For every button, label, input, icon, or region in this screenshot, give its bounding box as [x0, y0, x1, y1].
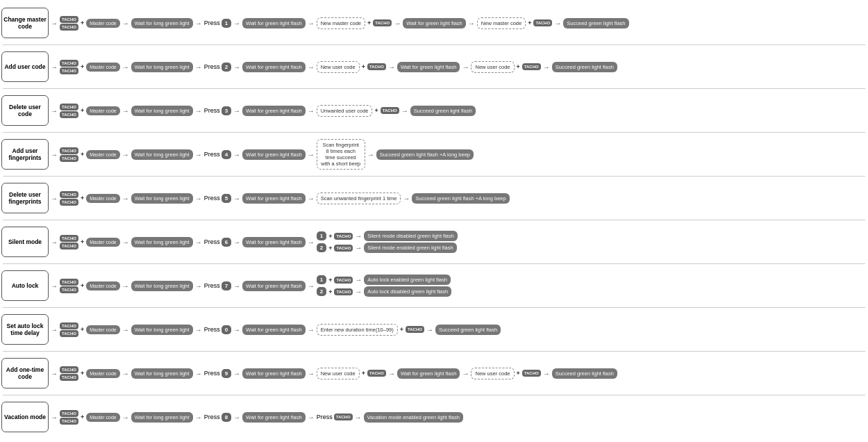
master-code-box: Master code: [86, 19, 120, 28]
step-box: Succeed green light flash: [435, 325, 501, 335]
master-code-box: Master code: [86, 281, 120, 290]
press-label: Press: [204, 107, 220, 114]
press-number: 4: [222, 150, 231, 159]
instruction-row: Add one-time code→TACHOTACHO+Master code…: [1, 353, 867, 393]
step-box: Wait for long green light: [131, 193, 193, 204]
flow-arrow: →: [355, 276, 362, 284]
flow-arrow: →: [195, 238, 202, 246]
step-box: Silent mode enabled green light flash: [364, 243, 456, 253]
row-divider: [3, 44, 865, 45]
plus-sign: +: [81, 19, 84, 26]
plus-sign: +: [81, 326, 84, 333]
press-number: 1: [317, 275, 326, 284]
flow-arrow: →: [51, 195, 58, 202]
flow-arrow: →: [233, 63, 240, 71]
step-box: Vacation mode enabled green light flash: [364, 412, 463, 423]
flow-arrow: →: [308, 414, 315, 421]
step-box: Wait for green light flash: [242, 18, 306, 28]
row-divider: [3, 263, 865, 264]
tacho-badge: TACHO: [334, 414, 353, 420]
dashed-step-box: Unwanted user code: [317, 105, 373, 117]
dashed-step-box: New master code: [477, 17, 526, 29]
tacho-badge: TACHO: [533, 19, 552, 26]
sub-rows: 1+TACHO→Silent mode disabled green light…: [317, 231, 458, 253]
master-code-box: Master code: [86, 369, 120, 378]
plus-sign: +: [367, 19, 371, 26]
tacho-badge: TACHO: [60, 104, 78, 110]
flow-arrow: →: [122, 238, 129, 246]
step-box: Succeed green light flash +A long beep: [412, 193, 509, 204]
tacho-badge: TACHO: [60, 243, 78, 249]
flow-arrow: →: [51, 63, 58, 71]
tacho-badge: TACHO: [60, 322, 78, 329]
step-box: Wait for long green light: [131, 412, 193, 423]
press-number: 5: [222, 194, 231, 203]
press-label: Press: [317, 414, 333, 420]
flow-arrow: →: [195, 370, 202, 377]
press-group: Press9: [204, 369, 231, 378]
step-box: Succeed green light flash: [552, 62, 617, 72]
press-group: Press6: [204, 238, 231, 247]
flow-arrow: →: [51, 151, 58, 158]
row-label: Delete user code: [1, 95, 49, 126]
main-page: Change master code→TACHOTACHO+Master cod…: [0, 0, 868, 440]
tacho-badge: TACHO: [60, 24, 78, 31]
tacho-badge: TACHO: [60, 60, 78, 67]
master-code-box: Master code: [86, 413, 120, 422]
row-label: Add user fingerprints: [1, 139, 49, 170]
tacho-badge: TACHO: [60, 155, 78, 162]
flow-arrow: →: [233, 282, 240, 290]
dashed-step-box: New master code: [317, 17, 365, 29]
step-box: Wait for green light flash: [242, 149, 306, 160]
step-box: Wait for long green light: [131, 62, 193, 72]
step-box: Wait for green light flash: [403, 18, 466, 28]
flow-arrow: →: [195, 282, 202, 290]
flow-arrow: →: [51, 326, 58, 334]
step-box: Succeed green light flash: [410, 106, 476, 116]
step-box: Wait for long green light: [131, 281, 193, 291]
flow-arrow: →: [233, 107, 240, 115]
tacho-stack: TACHOTACHO: [60, 366, 78, 381]
press-number: 7: [222, 281, 231, 290]
flow-arrow: →: [122, 282, 129, 290]
flow-arrow: →: [233, 19, 240, 27]
tacho-stack: TACHOTACHO: [60, 191, 78, 206]
flow-arrow: →: [233, 370, 240, 377]
flow-arrow: →: [308, 282, 315, 290]
instruction-row: Silent mode→TACHOTACHO+Master code→Wait …: [1, 222, 867, 262]
dashed-step-box: Scan unwanted fingerprint 1 time: [317, 193, 401, 204]
tacho-badge: TACHO: [406, 326, 424, 333]
instruction-row: Add user fingerprints→TACHOTACHO+Master …: [1, 134, 867, 174]
dashed-step-box: New user code: [317, 368, 360, 379]
press-label: Press: [204, 63, 220, 70]
tacho-badge: TACHO: [522, 63, 541, 70]
step-box: Wait for long green light: [131, 149, 193, 160]
tacho-badge: TACHO: [60, 418, 78, 425]
sub-rows: 1+TACHO→Auto lock enabled green light fl…: [317, 275, 452, 297]
row-divider: [3, 395, 865, 395]
flow-arrow: →: [308, 151, 315, 158]
flow-arrow: →: [308, 107, 315, 115]
step-box: Auto lock enabled green light flash: [364, 275, 451, 285]
flow-arrow: →: [308, 63, 315, 71]
flow-arrow: →: [233, 238, 240, 246]
flow-arrow: →: [367, 151, 374, 158]
dashed-step-box: Scan fingerprint 8 times each time succe…: [317, 139, 365, 170]
flow-arrow: →: [122, 107, 129, 115]
instruction-row: Vacation mode→TACHOTACHO+Master code→Wai…: [1, 397, 867, 437]
press-group: Press3: [204, 106, 231, 115]
row-divider: [3, 307, 865, 308]
flow-arrow: →: [195, 326, 202, 334]
flow-arrow: →: [426, 326, 433, 334]
step-box: Wait for long green light: [131, 18, 193, 28]
dashed-step-box: New user code: [317, 61, 360, 73]
row-divider: [3, 220, 865, 220]
step-box: Wait for green light flash: [242, 106, 306, 116]
plus-sign: +: [81, 414, 84, 420]
master-code-box: Master code: [86, 150, 120, 159]
step-box: Wait for long green light: [131, 325, 193, 335]
flow-arrow: →: [308, 238, 315, 246]
step-box: Succeed green light flash: [563, 18, 628, 28]
row-divider: [3, 351, 865, 352]
tacho-badge: TACHO: [60, 286, 78, 293]
